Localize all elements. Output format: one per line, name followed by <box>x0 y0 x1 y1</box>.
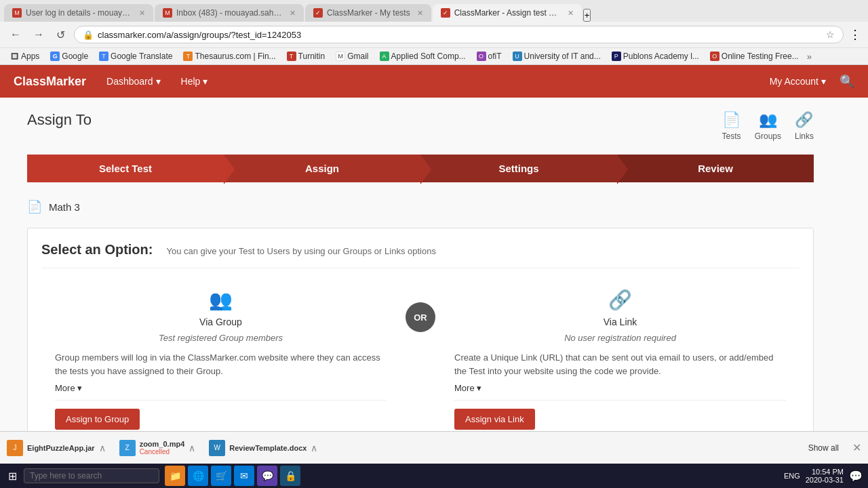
main-content: Assign To 📄 Tests 👥 Groups 🔗 Links <box>0 98 868 479</box>
links-label: Links <box>795 131 814 141</box>
tab-close-2[interactable]: ✕ <box>290 9 296 18</box>
my-account-chevron-icon: ▾ <box>821 76 826 87</box>
via-link-icon: 🔗 <box>454 289 786 311</box>
taskbar-app-chat[interactable]: 💬 <box>257 466 277 486</box>
taskbar-app-edge[interactable]: 🌐 <box>188 466 208 486</box>
address-bar[interactable]: 🔒 classmarker.com/a/assign/groups/?test_… <box>74 26 844 43</box>
dismiss-downloads-button[interactable]: ✕ <box>852 441 861 454</box>
browser-tab-4[interactable]: ✓ ClassMarker - Assign test step 2 ✕ <box>433 4 582 22</box>
new-tab-button[interactable]: + <box>583 9 591 22</box>
browser-tab-2[interactable]: M Inbox (483) - mouayad.sahib@... ✕ <box>155 4 304 22</box>
download-icon-2: Z <box>119 440 136 456</box>
taskbar-clock: 10:54 PM 2020-03-31 <box>806 468 844 484</box>
download-item-1: J EightPuzzleApp.jar ∧ <box>7 440 106 456</box>
extensions-icon[interactable]: ⋮ <box>849 27 861 42</box>
assign-via-link-button[interactable]: Assign via Link <box>454 409 535 430</box>
taskbar-app-files[interactable]: 📁 <box>165 466 185 486</box>
taskbar-app-security[interactable]: 🔒 <box>280 466 300 486</box>
reload-button[interactable]: ↺ <box>53 26 68 43</box>
assign-to-group-button[interactable]: Assign to Group <box>55 409 140 430</box>
show-all-downloads-button[interactable]: Show all <box>808 443 839 453</box>
notification-icon[interactable]: 💬 <box>849 470 863 483</box>
quick-link-groups[interactable]: 👥 Groups <box>755 111 781 141</box>
browser-tab-1[interactable]: M User log in details - mouayad... ✕ <box>4 4 153 22</box>
bookmark-university[interactable]: U University of IT and... <box>510 50 604 62</box>
taskbar-store-icon: 🛒 <box>216 470 227 481</box>
bookmark-publons[interactable]: P Publons Academy l... <box>609 50 702 62</box>
download-info-1: EightPuzzleApp.jar <box>27 444 95 452</box>
step-assign[interactable]: Assign <box>224 155 420 182</box>
bookmark-applied[interactable]: A Applied Soft Comp... <box>377 50 469 62</box>
download-icon-3: W <box>209 440 225 456</box>
download-close-3[interactable]: ∧ <box>311 443 317 453</box>
step-select-test[interactable]: Select Test <box>27 155 224 182</box>
via-group-more-link[interactable]: More ▾ <box>55 383 387 401</box>
thesaurus-bookmark-icon: T <box>183 52 193 61</box>
bookmark-apps-label: Apps <box>21 52 39 61</box>
browser-tab-3[interactable]: ✓ ClassMarker - My tests ✕ <box>305 4 431 22</box>
bookmark-turnitin[interactable]: T Turnitin <box>284 50 328 62</box>
classmarker-nav: ClassMarker Dashboard ▾ Help ▾ My Accoun… <box>0 65 868 98</box>
quick-link-tests[interactable]: 📄 Tests <box>722 111 741 141</box>
nav-my-account[interactable]: My Account ▾ <box>770 76 826 87</box>
tab-close-4[interactable]: ✕ <box>568 9 574 18</box>
test-name: Math 3 <box>49 201 80 213</box>
tab-close-3[interactable]: ✕ <box>417 9 423 18</box>
cm-logo: ClassMarker <box>14 75 86 89</box>
taskbar-app-store[interactable]: 🛒 <box>211 466 231 486</box>
options-columns: 👥 Via Group Test registered Group member… <box>41 282 800 436</box>
taskbar-app-mail[interactable]: ✉ <box>234 466 254 486</box>
taskbar-search-input[interactable] <box>24 468 159 483</box>
bookmark-thesaurus[interactable]: T Thesaurus.com | Fin... <box>180 50 278 62</box>
bookmark-gmail[interactable]: M Gmail <box>333 50 371 62</box>
bookmark-ofit[interactable]: O ofiT <box>474 50 505 62</box>
via-group-icon: 👥 <box>55 289 387 311</box>
taskbar-language: ENG <box>784 472 800 480</box>
assign-to-title: Assign To <box>27 111 92 129</box>
quick-link-links[interactable]: 🔗 Links <box>795 111 814 141</box>
step-bar: Select Test Assign Settings Review <box>27 155 814 182</box>
bookmark-star-icon[interactable]: ☆ <box>826 29 835 40</box>
via-link-tag: No user registration required <box>454 333 786 343</box>
bookmark-translate[interactable]: T Google Translate <box>96 50 175 62</box>
via-group-more-label: More <box>55 383 75 393</box>
bookmark-turnitin-label: Turnitin <box>298 52 326 61</box>
tab-bar: M User log in details - mouayad... ✕ M I… <box>0 0 868 22</box>
test-name-row: 📄 Math 3 <box>27 199 814 214</box>
nav-help[interactable]: Help ▾ <box>181 76 208 87</box>
my-account-label: My Account <box>770 76 818 87</box>
back-button[interactable]: ← <box>7 26 24 43</box>
bookmark-ofit-label: ofiT <box>488 52 502 61</box>
search-icon[interactable]: 🔍 <box>840 74 854 89</box>
step-settings[interactable]: Settings <box>420 155 617 182</box>
windows-start-button[interactable]: ⊞ <box>5 467 20 485</box>
or-divider: OR <box>400 282 441 332</box>
taskbar-start: ⊞ <box>5 467 159 485</box>
help-chevron-icon: ▾ <box>203 76 208 87</box>
page-body: ClassMarker Dashboard ▾ Help ▾ My Accoun… <box>0 65 868 479</box>
via-link-col: 🔗 Via Link No user registration required… <box>441 282 800 436</box>
translate-bookmark-icon: T <box>99 52 108 61</box>
download-close-2[interactable]: ∧ <box>189 443 195 453</box>
bookmark-online-testing[interactable]: O Online Testing Free... <box>707 50 802 62</box>
forward-button[interactable]: → <box>30 26 47 43</box>
bookmark-publons-label: Publons Academy l... <box>623 52 699 61</box>
step-review[interactable]: Review <box>617 155 814 182</box>
via-link-more-link[interactable]: More ▾ <box>454 383 786 401</box>
taskbar-security-icon: 🔒 <box>285 470 296 481</box>
help-label: Help <box>181 76 201 87</box>
bookmark-thesaurus-label: Thesaurus.com | Fin... <box>195 52 275 61</box>
bookmark-translate-label: Google Translate <box>111 52 172 61</box>
university-bookmark-icon: U <box>513 52 522 61</box>
bookmarks-bar: 🔲 Apps G Google T Google Translate T The… <box>0 47 868 64</box>
bookmark-apps[interactable]: 🔲 Apps <box>7 50 42 62</box>
taskbar-mail-icon: ✉ <box>240 470 248 481</box>
download-status-2: Cancelled <box>140 448 185 455</box>
online-testing-bookmark-icon: O <box>710 52 719 61</box>
tab-close-1[interactable]: ✕ <box>139 9 145 18</box>
bookmarks-more-icon[interactable]: » <box>807 52 812 62</box>
download-close-1[interactable]: ∧ <box>99 443 106 453</box>
bookmark-google[interactable]: G Google <box>47 50 91 62</box>
nav-dashboard[interactable]: Dashboard ▾ <box>106 76 161 87</box>
tab-favicon-4: ✓ <box>441 8 450 18</box>
